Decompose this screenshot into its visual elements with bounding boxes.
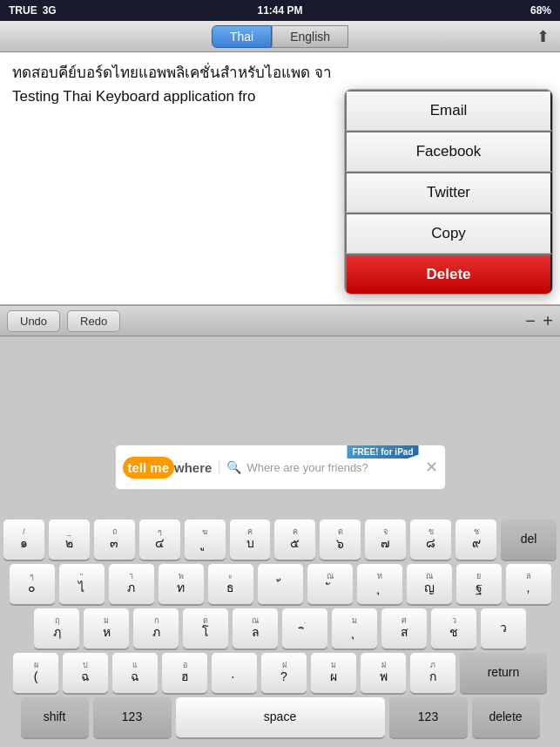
key-r4-2[interactable]: ปฉ bbox=[63, 653, 108, 693]
key-space[interactable]: space bbox=[176, 697, 385, 737]
thai-keyboard: /๑ _๒ ถ๓ ๆ๔ ฆู ฅบ ค๕ ต๖ จ๗ ข๘ ช๙ del ๆ๐ … bbox=[0, 514, 560, 747]
key-r4-9[interactable]: ภก bbox=[410, 653, 455, 693]
status-time: 11:44 PM bbox=[257, 4, 302, 17]
key-r2-9[interactable]: ณญ bbox=[407, 564, 452, 604]
key-r4-1[interactable]: ผ( bbox=[13, 653, 58, 693]
key-r3-6[interactable]: .ิ bbox=[282, 608, 327, 649]
decrease-button[interactable]: − bbox=[525, 311, 536, 331]
key-r2-11[interactable]: ล, bbox=[506, 564, 551, 604]
key-return[interactable]: return bbox=[460, 653, 547, 693]
key-r3-7[interactable]: มุ bbox=[332, 608, 377, 649]
ad-where: where bbox=[174, 460, 212, 475]
key-r4-7[interactable]: มผ bbox=[311, 653, 356, 693]
key-5[interactable]: ฆู bbox=[185, 520, 226, 560]
popup-copy[interactable]: Copy bbox=[345, 213, 552, 254]
key-r4-5[interactable]: ฺ bbox=[212, 653, 257, 693]
share-icon[interactable]: ⬆ bbox=[536, 27, 550, 46]
undo-button[interactable]: Undo bbox=[7, 310, 60, 332]
key-9[interactable]: จ๗ bbox=[365, 520, 406, 560]
key-r3-4[interactable]: ดโ bbox=[183, 608, 228, 649]
ad-badge: FREE! for iPad bbox=[347, 445, 418, 458]
tab-thai[interactable]: Thai bbox=[212, 25, 272, 48]
ad-logo: tell me where bbox=[116, 445, 219, 489]
status-left: TRUE 3G bbox=[9, 4, 57, 17]
key-r3-2[interactable]: มห bbox=[84, 608, 129, 649]
key-4[interactable]: ๆ๔ bbox=[139, 520, 180, 560]
popup-email[interactable]: Email bbox=[345, 90, 552, 131]
key-r3-5[interactable]: ณล bbox=[233, 608, 278, 649]
status-bar: TRUE 3G 11:44 PM 68% bbox=[0, 0, 560, 21]
toolbar: Undo Redo − + bbox=[0, 305, 560, 336]
popup-menu: Email Facebook Twitter Copy Delete bbox=[344, 89, 553, 295]
key-r3-8[interactable]: ศส bbox=[381, 608, 427, 649]
key-delete[interactable]: delete bbox=[472, 697, 540, 737]
ad-banner[interactable]: tell me where 🔍 Where are your friends? … bbox=[115, 445, 446, 490]
key-6[interactable]: ฅบ bbox=[230, 520, 271, 560]
network-label: 3G bbox=[43, 4, 57, 17]
key-r3-1[interactable]: ฤฦ bbox=[34, 608, 79, 649]
key-del[interactable]: del bbox=[501, 520, 557, 560]
key-r4-3[interactable]: แฉ bbox=[112, 653, 158, 693]
keyboard-row-2: ๆ๐ "ไ าภ พท ะธ .้ ณั ทุ ณญ ยฐ ล, bbox=[3, 564, 557, 604]
key-r2-6[interactable]: .้ bbox=[258, 564, 303, 604]
keyboard-row-5: shift 123 space 123 delete bbox=[3, 697, 557, 737]
popup-twitter[interactable]: Twitter bbox=[345, 172, 552, 213]
key-r2-5[interactable]: ะธ bbox=[208, 564, 253, 604]
key-r2-4[interactable]: พท bbox=[159, 564, 204, 604]
key-2[interactable]: _๒ bbox=[49, 520, 90, 560]
key-1[interactable]: /๑ bbox=[3, 520, 44, 560]
popup-facebook[interactable]: Facebook bbox=[345, 131, 552, 172]
key-11[interactable]: ช๙ bbox=[455, 520, 496, 560]
battery-label: 68% bbox=[530, 4, 551, 17]
status-right: 68% bbox=[530, 4, 551, 17]
key-r2-10[interactable]: ยฐ bbox=[456, 564, 502, 604]
key-r4-8[interactable]: ฝพ bbox=[361, 653, 406, 693]
ad-search-placeholder: Where are your friends? bbox=[246, 461, 368, 474]
ad-close-button[interactable]: ✕ bbox=[418, 458, 445, 477]
keyboard-row-1: /๑ _๒ ถ๓ ๆ๔ ฆู ฅบ ค๕ ต๖ จ๗ ข๘ ช๙ del bbox=[3, 520, 557, 560]
search-icon: 🔍 bbox=[226, 460, 241, 474]
popup-delete[interactable]: Delete bbox=[345, 254, 552, 294]
key-r3-9[interactable]: วช bbox=[431, 608, 476, 649]
redo-button[interactable]: Redo bbox=[67, 310, 120, 332]
key-r2-1[interactable]: ๆ๐ bbox=[10, 564, 55, 604]
key-3[interactable]: ถ๓ bbox=[94, 520, 135, 560]
key-8[interactable]: ต๖ bbox=[320, 520, 361, 560]
key-r3-3[interactable]: กภ bbox=[133, 608, 179, 649]
main-text-area[interactable]: ทดสอบคีย์บอร์ดไทยแอพพลิเคชั่นสำหรับไอแพด… bbox=[0, 52, 560, 305]
key-10[interactable]: ข๘ bbox=[410, 520, 451, 560]
keyboard-row-3: ฤฦ มห กภ ดโ ณล .ิ มุ ศส วช ว bbox=[3, 608, 557, 649]
tab-english[interactable]: English bbox=[272, 25, 348, 48]
key-7[interactable]: ค๕ bbox=[274, 520, 315, 560]
key-r2-3[interactable]: าภ bbox=[109, 564, 154, 604]
key-r2-2[interactable]: "ไ bbox=[59, 564, 105, 604]
key-r2-7[interactable]: ณั bbox=[307, 564, 353, 604]
key-r2-8[interactable]: ทุ bbox=[357, 564, 402, 604]
key-r4-4[interactable]: อฮ bbox=[162, 653, 207, 693]
tab-bar: Thai English ⬆ bbox=[0, 21, 560, 52]
keyboard-row-4: ผ( ปฉ แฉ อฮ ฺ ฝ? มผ ฝพ ภก return bbox=[3, 653, 557, 693]
carrier-label: TRUE bbox=[9, 4, 37, 17]
ad-tellme: tell me bbox=[123, 457, 175, 479]
key-r4-6[interactable]: ฝ? bbox=[261, 653, 307, 693]
increase-button[interactable]: + bbox=[543, 311, 553, 331]
ad-search-area[interactable]: 🔍 Where are your friends? bbox=[219, 460, 417, 474]
key-123-right[interactable]: 123 bbox=[389, 697, 468, 737]
key-123-left[interactable]: 123 bbox=[93, 697, 172, 737]
text-line-1: ทดสอบคีย์บอร์ดไทยแอพพลิเคชั่นสำหรับไอแพด… bbox=[12, 61, 548, 85]
key-r3-10[interactable]: ว bbox=[481, 608, 526, 649]
key-shift[interactable]: shift bbox=[21, 697, 89, 737]
